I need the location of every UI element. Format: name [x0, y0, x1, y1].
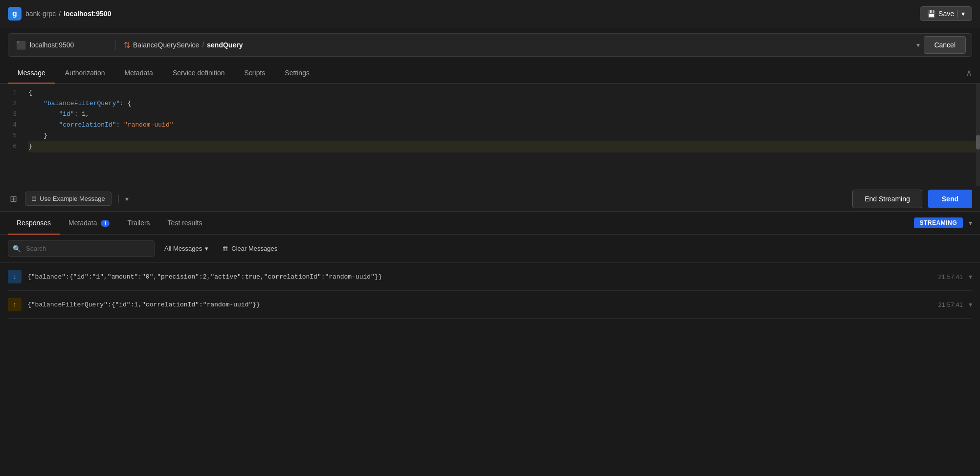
- streaming-badge: STREAMING: [914, 217, 963, 228]
- response-tabs-bar: Responses Metadata 1 Trailers Test resul…: [0, 212, 980, 235]
- all-messages-label: All Messages: [164, 245, 202, 252]
- save-button[interactable]: 💾 Save ▾: [920, 6, 972, 21]
- streaming-chevron-icon[interactable]: ▾: [969, 219, 972, 227]
- search-icon: 🔍: [13, 245, 21, 253]
- response-section: Responses Metadata 1 Trailers Test resul…: [0, 212, 980, 319]
- message-time-2: 21:57:41: [938, 301, 963, 308]
- send-button[interactable]: Send: [928, 190, 972, 208]
- code-line-4: "correlationId": "random-uuid": [28, 120, 976, 130]
- clear-messages-label: Clear Messages: [231, 245, 277, 252]
- arrows-icon: ⇅: [124, 41, 130, 50]
- top-bar-left: g bank-grpc / localhost:9500: [8, 7, 111, 21]
- service-name: BalanceQueryService: [133, 41, 199, 49]
- response-tab-responses[interactable]: Responses: [8, 212, 60, 235]
- save-disk-icon: 💾: [927, 10, 935, 18]
- use-example-button[interactable]: ⊡ Use Example Message: [25, 192, 111, 206]
- tab-service-definition[interactable]: Service definition: [163, 63, 235, 84]
- metadata-badge: 1: [101, 220, 110, 227]
- breadcrumb: bank-grpc / localhost:9500: [25, 10, 111, 18]
- response-tab-metadata[interactable]: Metadata 1: [60, 212, 118, 235]
- url-sep: /: [202, 41, 204, 49]
- response-tabs-left: Responses Metadata 1 Trailers Test resul…: [8, 212, 211, 234]
- tabs-bar: Message Authorization Metadata Service d…: [0, 63, 980, 84]
- server-icon: ⬛: [16, 41, 26, 50]
- search-bar-row: 🔍 All Messages ▾ 🗑 Clear Messages: [0, 235, 980, 263]
- code-line-3: "id": 1,: [28, 109, 976, 120]
- search-input[interactable]: [8, 240, 155, 257]
- top-bar-right: 💾 Save ▾: [920, 6, 972, 21]
- tab-authorization[interactable]: Authorization: [55, 63, 115, 84]
- tab-message[interactable]: Message: [8, 63, 55, 84]
- response-controls: STREAMING ▾: [914, 217, 973, 228]
- editor-content: 1 2 3 4 5 6 { "balanceFilterQuery": { "i…: [0, 84, 980, 156]
- line-numbers: 1 2 3 4 5 6: [0, 87, 24, 152]
- toolbar-dropdown-button[interactable]: ▾: [125, 195, 129, 203]
- app-icon: g: [8, 7, 22, 21]
- toolbar-icon-btn[interactable]: ⊞: [8, 192, 19, 206]
- response-tab-test-results[interactable]: Test results: [159, 212, 211, 235]
- breadcrumb-sep: /: [59, 10, 61, 18]
- url-right: ▾ Cancel: [911, 36, 972, 54]
- clear-messages-button[interactable]: 🗑 Clear Messages: [218, 242, 281, 255]
- url-service[interactable]: ⇅ BalanceQueryService / sendQuery: [116, 41, 911, 50]
- search-input-wrap: 🔍: [8, 240, 155, 257]
- editor-area[interactable]: 1 2 3 4 5 6 { "balanceFilterQuery": { "i…: [0, 84, 980, 186]
- message-row-1: ↓ {"balance":{"id":"1","amount":"0","pre…: [8, 263, 972, 291]
- trash-icon: 🗑: [222, 245, 228, 252]
- message-time-1: 21:57:41: [938, 273, 963, 281]
- message-arrow-up-icon: ↑: [8, 298, 22, 311]
- code-line-6: }: [28, 141, 976, 152]
- message-arrow-down-icon: ↓: [8, 270, 22, 283]
- tab-metadata[interactable]: Metadata: [115, 63, 163, 84]
- tabs-collapse-icon[interactable]: ∧: [966, 67, 972, 78]
- message-row-2: ↑ {"balanceFilterQuery":{"id":1,"correla…: [8, 291, 972, 319]
- method-name: sendQuery: [207, 41, 243, 49]
- response-tab-trailers[interactable]: Trailers: [118, 212, 158, 235]
- code-line-2: "balanceFilterQuery": {: [28, 98, 976, 109]
- breadcrumb-current: localhost:9500: [64, 10, 111, 18]
- all-messages-button[interactable]: All Messages ▾: [160, 242, 212, 255]
- all-messages-chevron-icon: ▾: [205, 245, 208, 252]
- editor-scrollbar-thumb: [976, 135, 980, 150]
- message-expand-1[interactable]: ▾: [969, 273, 972, 281]
- host-value: localhost:9500: [30, 41, 74, 49]
- bottom-toolbar: ⊞ ⊡ Use Example Message | ▾ End Streamin…: [0, 186, 980, 212]
- code-line-5: }: [28, 130, 976, 141]
- message-content-1: {"balance":{"id":"1","amount":"0","preci…: [27, 273, 932, 281]
- code-line-1: {: [28, 87, 976, 98]
- top-bar: g bank-grpc / localhost:9500 💾 Save ▾: [0, 0, 980, 27]
- url-bar: ⬛ localhost:9500 ⇅ BalanceQueryService /…: [8, 33, 972, 57]
- code-content: { "balanceFilterQuery": { "id": 1, "corr…: [24, 87, 980, 152]
- tabs-left: Message Authorization Metadata Service d…: [8, 63, 319, 83]
- cancel-button[interactable]: Cancel: [924, 36, 966, 54]
- messages-list: ↓ {"balance":{"id":"1","amount":"0","pre…: [0, 263, 980, 319]
- save-chevron[interactable]: ▾: [957, 10, 965, 18]
- breadcrumb-base: bank-grpc: [25, 10, 56, 18]
- tab-settings[interactable]: Settings: [275, 63, 319, 84]
- end-streaming-button[interactable]: End Streaming: [852, 190, 922, 208]
- message-expand-2[interactable]: ▾: [969, 301, 972, 308]
- divider: |: [117, 194, 120, 204]
- editor-scrollbar[interactable]: [976, 84, 980, 186]
- url-host[interactable]: ⬛ localhost:9500: [8, 41, 116, 50]
- save-label: Save: [938, 10, 954, 18]
- url-dropdown-icon[interactable]: ▾: [916, 41, 920, 49]
- example-icon: ⊡: [31, 195, 37, 202]
- tab-scripts[interactable]: Scripts: [235, 63, 275, 84]
- use-example-label: Use Example Message: [40, 195, 105, 202]
- message-content-2: {"balanceFilterQuery":{"id":1,"correlati…: [27, 301, 932, 308]
